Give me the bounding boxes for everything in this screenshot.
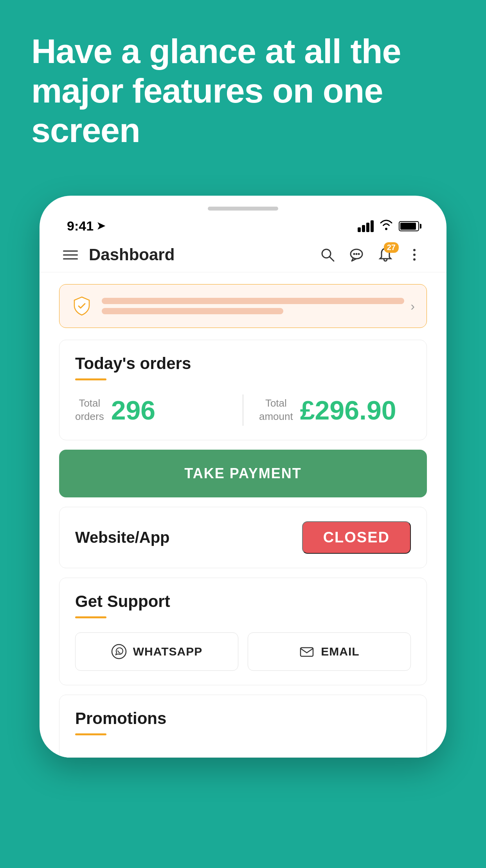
alert-text (102, 298, 404, 314)
phone-top-bar: 9:41 ➤ (40, 196, 446, 238)
whatsapp-button[interactable]: WHATSAPP (75, 632, 238, 671)
total-orders-value: 296 (111, 395, 155, 425)
notification-count: 27 (384, 242, 399, 253)
search-button[interactable] (319, 246, 336, 263)
whatsapp-icon (111, 644, 127, 659)
svg-point-6 (413, 249, 416, 251)
whatsapp-label: WHATSAPP (133, 645, 202, 658)
hero-heading: Have a glance at all the major features … (31, 31, 455, 150)
promotions-title: Promotions (75, 709, 411, 728)
orders-divider (243, 394, 243, 426)
email-icon (299, 644, 315, 659)
hamburger-menu-icon[interactable] (63, 250, 78, 259)
svg-point-3 (353, 253, 355, 255)
svg-line-1 (329, 257, 334, 261)
svg-point-4 (356, 253, 358, 255)
phone-mockup: 9:41 ➤ (40, 196, 446, 758)
location-arrow-icon: ➤ (97, 220, 105, 232)
nav-title: Dashboard (89, 245, 319, 264)
app-nav-bar: Dashboard (40, 238, 446, 272)
battery-icon (399, 221, 419, 231)
signal-icon (358, 220, 374, 232)
orders-row: Totalorders 296 Totalamount £296.90 (75, 394, 411, 426)
closed-status-button[interactable]: CLOSED (302, 521, 411, 554)
alert-banner[interactable]: › (59, 284, 427, 328)
notifications-button[interactable]: 27 (377, 246, 394, 263)
total-amount-stat: Totalamount £296.90 (259, 395, 411, 425)
svg-point-7 (413, 254, 416, 256)
total-orders-stat: Totalorders 296 (75, 395, 227, 425)
email-label: EMAIL (321, 645, 359, 658)
shield-icon (71, 295, 92, 317)
total-amount-label: Totalamount (259, 397, 293, 423)
support-buttons: WHATSAPP EMAIL (75, 632, 411, 671)
total-orders-label: Totalorders (75, 397, 104, 423)
chat-button[interactable] (348, 246, 365, 263)
svg-point-8 (413, 258, 416, 261)
get-support-card: Get Support WHATSAPP EMAIL (59, 578, 427, 685)
alert-chevron-icon: › (410, 299, 415, 313)
phone-content: › Today's orders Totalorders 296 Totalam… (40, 272, 446, 758)
status-time: 9:41 ➤ (67, 218, 105, 234)
website-app-label: Website/App (75, 529, 170, 546)
status-bar: 9:41 ➤ (63, 218, 423, 234)
phone-pill (208, 207, 278, 211)
todays-orders-title: Today's orders (75, 354, 411, 373)
svg-rect-10 (301, 648, 313, 656)
email-button[interactable]: EMAIL (248, 632, 411, 671)
take-payment-button[interactable]: TAKE PAYMENT (59, 450, 427, 497)
get-support-title: Get Support (75, 592, 411, 611)
svg-point-9 (112, 645, 126, 659)
wifi-icon (379, 219, 393, 233)
get-support-underline (75, 616, 106, 618)
svg-point-5 (358, 253, 360, 255)
todays-orders-card: Today's orders Totalorders 296 Totalamou… (59, 340, 427, 440)
total-amount-value: £296.90 (300, 395, 396, 425)
promotions-card: Promotions (59, 695, 427, 758)
status-icons (358, 219, 419, 233)
todays-orders-underline (75, 378, 106, 380)
nav-icons: 27 (319, 246, 423, 263)
more-options-button[interactable] (406, 246, 423, 263)
website-app-status-card: Website/App CLOSED (59, 507, 427, 568)
promotions-underline (75, 733, 106, 735)
